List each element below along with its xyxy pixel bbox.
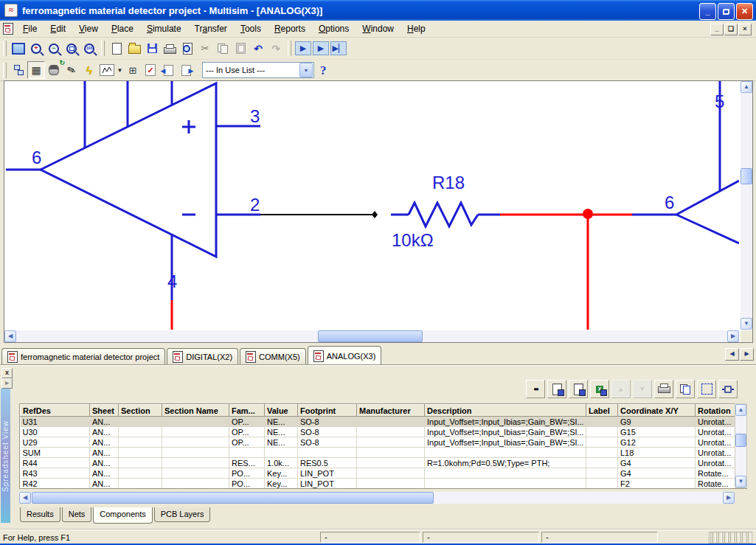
menu-window[interactable]: Window bbox=[356, 21, 400, 36]
cell[interactable]: U29 bbox=[21, 437, 90, 448]
cell[interactable]: SO-8 bbox=[298, 427, 357, 437]
cell[interactable]: OP... bbox=[229, 427, 265, 437]
wire-black[interactable] bbox=[260, 211, 378, 218]
sheet-tab-4[interactable]: ANALOG(X3) bbox=[308, 346, 382, 365]
vscroll-thumb[interactable] bbox=[741, 168, 752, 184]
mdi-close-button[interactable]: × bbox=[738, 24, 752, 35]
cell[interactable]: Unrotat... bbox=[696, 448, 741, 458]
table-row[interactable]: SUMAN...L18Unrotat...Flip...Def.. bbox=[21, 448, 748, 458]
back-annotate-button[interactable]: ◀ bbox=[159, 61, 177, 79]
canvas-vscroll[interactable]: ▲ ▼ bbox=[741, 81, 752, 330]
panel-close-button[interactable]: x bbox=[1, 368, 13, 378]
cell[interactable]: Unrotat... bbox=[696, 417, 741, 427]
run-simulation-button[interactable]: ▶ bbox=[294, 40, 312, 58]
cell[interactable] bbox=[162, 468, 229, 479]
save-button[interactable] bbox=[143, 40, 161, 58]
cell[interactable]: Rotate... bbox=[696, 479, 741, 489]
column-header[interactable]: Footprint bbox=[298, 405, 357, 417]
cell[interactable]: F2 bbox=[618, 479, 696, 489]
column-header[interactable]: Value bbox=[265, 405, 298, 417]
cell[interactable]: PO... bbox=[229, 468, 265, 479]
menu-file[interactable]: File bbox=[16, 21, 44, 36]
tab-components[interactable]: Components bbox=[93, 507, 152, 524]
column-header[interactable]: Fam... bbox=[229, 405, 265, 417]
cell[interactable] bbox=[298, 448, 357, 458]
cell[interactable] bbox=[162, 458, 229, 468]
cell[interactable]: G9 bbox=[618, 417, 696, 427]
cell[interactable] bbox=[119, 448, 162, 458]
toolbar-grip[interactable] bbox=[101, 41, 105, 56]
print-table-button[interactable] bbox=[654, 380, 673, 398]
cell[interactable] bbox=[425, 479, 586, 489]
column-header[interactable]: RefDes bbox=[21, 405, 90, 417]
tab-scroll-left-button[interactable]: ◀ bbox=[725, 348, 739, 361]
cell[interactable]: LIN_POT bbox=[298, 468, 357, 479]
cell[interactable] bbox=[586, 479, 618, 489]
cell[interactable]: G4 bbox=[618, 458, 696, 468]
cell[interactable]: G4 bbox=[618, 468, 696, 479]
column-header[interactable]: Coordinate X/Y bbox=[618, 405, 696, 417]
find-button[interactable]: ●● bbox=[526, 380, 545, 398]
component-wizard-button[interactable]: ✎ bbox=[63, 61, 80, 79]
select-region-button[interactable] bbox=[697, 380, 716, 398]
table-row[interactable]: U30AN...OP...NE...SO-8Input_Voffset=;Inp… bbox=[21, 427, 748, 437]
cell[interactable]: RES... bbox=[229, 458, 265, 468]
cell[interactable]: SO-8 bbox=[298, 417, 357, 427]
mdi-restore-button[interactable]: ❏ bbox=[724, 24, 738, 35]
export-excel-button[interactable]: X bbox=[590, 380, 609, 398]
scroll-left-button[interactable]: ◀ bbox=[19, 492, 31, 504]
cell[interactable] bbox=[162, 479, 229, 489]
cell[interactable]: NE... bbox=[265, 417, 298, 427]
replace-component-button[interactable] bbox=[718, 380, 738, 398]
cell[interactable] bbox=[357, 437, 425, 448]
mdi-minimize-button[interactable]: _ bbox=[710, 24, 724, 35]
resistor-r18[interactable]: R18 10kΩ bbox=[391, 173, 500, 250]
schematic-canvas[interactable]: 6 3 2 4 R18 10kΩ bbox=[4, 80, 753, 343]
scroll-down-button[interactable]: ▼ bbox=[741, 318, 752, 330]
cell[interactable] bbox=[162, 448, 229, 458]
cell[interactable] bbox=[265, 448, 298, 458]
opamp-left[interactable] bbox=[6, 81, 260, 300]
table-hscroll[interactable]: ◀ ▶ bbox=[19, 492, 735, 504]
cell[interactable] bbox=[162, 417, 229, 427]
sheet-tab-1[interactable]: ferromagnetic material detector project bbox=[1, 348, 165, 365]
cell[interactable]: AN... bbox=[90, 458, 119, 468]
cell[interactable] bbox=[357, 427, 425, 437]
panel-title-strip[interactable]: Spreadsheet View bbox=[1, 389, 10, 523]
cell[interactable]: OP... bbox=[229, 417, 265, 427]
tab-results[interactable]: Results bbox=[20, 507, 60, 522]
help-button[interactable]: ? bbox=[320, 64, 327, 77]
zoom-in-button[interactable]: + bbox=[27, 40, 45, 58]
menu-edit[interactable]: Edit bbox=[44, 21, 72, 36]
scroll-up-button[interactable]: ▲ bbox=[735, 404, 746, 416]
cell[interactable]: NE... bbox=[265, 437, 298, 448]
cell[interactable] bbox=[162, 427, 229, 437]
cell[interactable] bbox=[229, 448, 265, 458]
title-bar[interactable]: ≈ ferromagnetic material detector projec… bbox=[0, 0, 756, 21]
menu-simulate[interactable]: Simulate bbox=[140, 21, 188, 36]
cell[interactable]: AN... bbox=[90, 448, 119, 458]
scroll-left-button[interactable]: ◀ bbox=[4, 330, 16, 342]
sheet-tab-2[interactable]: DIGITAL(X2) bbox=[167, 348, 238, 365]
menu-tools[interactable]: Tools bbox=[234, 21, 268, 36]
menu-transfer[interactable]: Transfer bbox=[188, 21, 234, 36]
cell[interactable] bbox=[119, 468, 162, 479]
cell[interactable]: L18 bbox=[618, 448, 696, 458]
print-preview-button[interactable] bbox=[178, 40, 196, 58]
cell[interactable]: RES0.5 bbox=[298, 458, 357, 468]
table-row[interactable]: R43AN...PO...Key...LIN_POTG4Rotate...Fli… bbox=[21, 468, 748, 479]
cell[interactable]: R=1.0kohm;Pd=0.5W;Type= PTH; bbox=[425, 458, 586, 468]
cell[interactable] bbox=[119, 458, 162, 468]
open-file-button[interactable] bbox=[125, 40, 143, 58]
table-row[interactable]: R42AN...PO...Key...LIN_POTF2Rotate...Unf… bbox=[21, 479, 748, 489]
cell[interactable] bbox=[162, 437, 229, 448]
cell[interactable]: AN... bbox=[90, 427, 119, 437]
restore-button[interactable] bbox=[718, 3, 735, 20]
column-header[interactable]: Sheet bbox=[90, 405, 119, 417]
forward-annotate-button[interactable]: ▶ bbox=[177, 61, 195, 79]
cell[interactable]: Input_Voffset=;Input_Ibias=;Gain_BW=;Sl.… bbox=[425, 427, 586, 437]
cell[interactable]: SUM bbox=[21, 448, 90, 458]
scroll-up-button[interactable]: ▲ bbox=[741, 81, 752, 93]
cell[interactable]: NE... bbox=[265, 427, 298, 437]
menu-reports[interactable]: Reports bbox=[268, 21, 312, 36]
